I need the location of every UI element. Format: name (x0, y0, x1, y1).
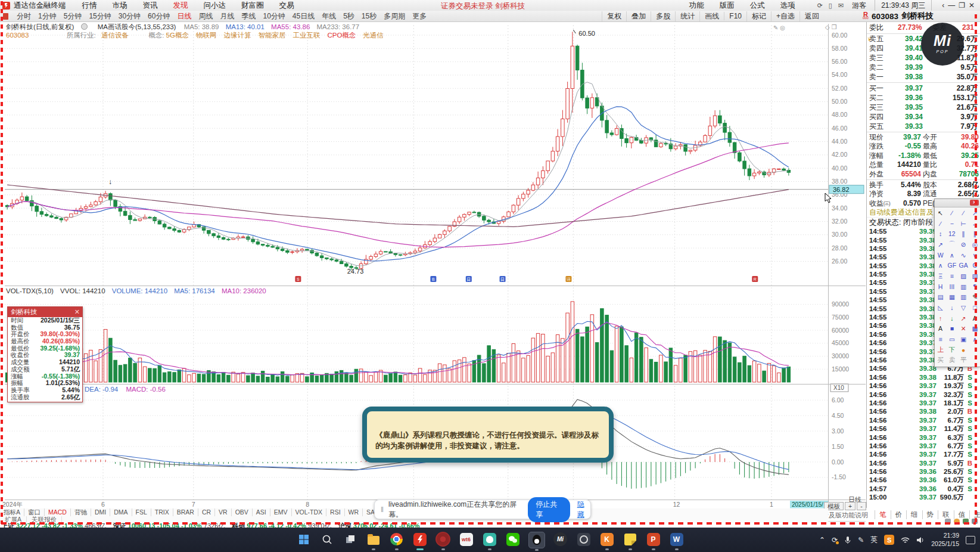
menu-item-功能[interactable]: 功能 (689, 1, 704, 10)
draw-tool-icon[interactable]: ✕ (958, 324, 969, 334)
chart-corner-icons[interactable]: ✎ ◎ (773, 24, 785, 31)
menu-item-市场[interactable]: 市场 (113, 1, 127, 10)
concept-link[interactable]: 物联网 (196, 32, 217, 39)
microphone-icon[interactable] (844, 536, 851, 544)
concept-link[interactable]: 边缘计算 (223, 32, 251, 39)
draw-tool-icon[interactable]: 平 (958, 355, 969, 366)
axis-gutter-icons[interactable]: ◇❒ (825, 24, 839, 30)
draw-tool-icon[interactable]: ⌒ (946, 239, 957, 250)
taskbar-app-task[interactable] (343, 532, 358, 547)
period-tab-30分钟[interactable]: 30分钟 (119, 12, 141, 20)
draw-tool-icon[interactable]: ● (958, 345, 969, 355)
draw-tool-icon[interactable]: H (935, 281, 946, 292)
user-label[interactable]: 游客 (852, 1, 866, 11)
indicator-tab-VR[interactable]: VR (215, 508, 232, 516)
period-tab-季线[interactable]: 季线 (241, 12, 256, 20)
tray-clock[interactable]: 21:392025/1/15 (931, 532, 959, 547)
draw-tool-icon[interactable]: ≡ (935, 334, 946, 345)
draw-tool-icon[interactable]: ∕ (935, 218, 946, 229)
menu-item-交易[interactable]: 交易 (279, 1, 294, 10)
draw-tool-icon[interactable]: ◺ (935, 302, 946, 313)
draw-tool-icon[interactable]: 下 (946, 345, 957, 355)
device-icon[interactable]: ▯ (829, 2, 832, 9)
draw-tool-icon[interactable]: ↓ (946, 313, 957, 324)
menu-item-发现[interactable]: 发现 (173, 1, 188, 10)
period-tab-15分钟[interactable]: 15分钟 (89, 12, 111, 20)
tick-tab-势[interactable]: 势 (922, 510, 938, 519)
draw-tool-icon[interactable]: ∕ (958, 207, 969, 218)
action-叠加[interactable]: 叠加 (626, 11, 651, 21)
popup-close-icon[interactable]: ✕ (74, 307, 80, 317)
taskbar-app-tealapp[interactable] (482, 532, 497, 547)
sogou-icon[interactable]: S (884, 535, 894, 545)
indicator-tab-BRAR[interactable]: BRAR (173, 508, 198, 516)
menu-item-版面[interactable]: 版面 (720, 1, 735, 10)
draw-tool-icon[interactable]: ∧ (935, 260, 946, 271)
draw-tool-icon[interactable]: ▥ (958, 292, 969, 303)
period-tab-5分钟[interactable]: 5分钟 (64, 12, 82, 20)
period-tab-日线[interactable]: 日线 (177, 12, 191, 20)
menu-item-财富圈[interactable]: 财富圈 (241, 1, 264, 10)
concept-link[interactable]: 智能家居 (258, 32, 285, 39)
notification-icon[interactable] (966, 536, 975, 544)
wifi-icon[interactable] (901, 537, 910, 544)
period-tab-60分钟[interactable]: 60分钟 (148, 12, 170, 20)
draw-tool-icon[interactable]: 买 (935, 355, 946, 366)
taskbar-app-start[interactable] (296, 532, 312, 547)
period-tab-1分钟[interactable]: 1分钟 (38, 12, 57, 20)
vol-indicator-name[interactable]: VOL-TDX(5,10) (6, 287, 54, 294)
refresh-icon[interactable]: ⟳ (817, 2, 823, 9)
taskbar-app-redapp[interactable] (435, 532, 451, 547)
stop-share-button[interactable]: 停止共享 (528, 497, 570, 522)
draw-tool-icon[interactable]: ↑ (935, 313, 946, 324)
taskbar-app-search[interactable] (319, 532, 335, 547)
menu-item-资讯[interactable]: 资讯 (143, 1, 158, 10)
taskbar-app-word[interactable]: W (669, 532, 685, 547)
draw-tool-icon[interactable]: ≡ (946, 271, 957, 281)
indicator-tab-ASI[interactable]: ASI (253, 508, 270, 516)
indicator-tab-RSI[interactable]: RSI (326, 508, 345, 516)
menu-item-行情[interactable]: 行情 (82, 1, 97, 10)
collapse-button[interactable]: ‹ (940, 1, 946, 10)
drawing-toolbar-header[interactable]: ✕ (935, 199, 980, 207)
period-tab-多周期[interactable]: 多周期 (384, 12, 405, 20)
indicator-tab-背驰[interactable]: 背驰 (71, 508, 91, 516)
speaker-icon[interactable] (916, 537, 925, 544)
period-tab-分时[interactable]: 分时 (17, 12, 31, 20)
period-tab-更多[interactable]: 更多 (412, 12, 427, 20)
pen-icon[interactable]: ✎ (858, 536, 864, 544)
taskbar-app-mi[interactable]: Mi (553, 532, 568, 547)
indicator-tab-CR[interactable]: CR (198, 508, 215, 516)
period-tab-周线[interactable]: 周线 (198, 12, 213, 20)
draw-tool-icon[interactable]: ↗ (935, 239, 946, 250)
draw-tool-icon[interactable]: ▨ (958, 271, 969, 281)
draw-tool-icon[interactable]: ▤ (935, 292, 946, 303)
draw-tool-icon[interactable]: W (935, 250, 946, 261)
mail-icon[interactable]: ✉ (838, 2, 844, 9)
draw-tool-icon[interactable]: ↖ (935, 207, 946, 218)
indicator-tab-TRIX[interactable]: TRIX (151, 508, 173, 516)
draw-tool-icon[interactable]: ΙΙΙ (946, 281, 957, 292)
indicator-tab-OBV[interactable]: OBV (232, 508, 253, 516)
tick-tab-价[interactable]: 价 (891, 510, 907, 519)
maximize-button[interactable]: ❐ (957, 1, 967, 10)
draw-tool-icon[interactable]: ▥ (958, 281, 969, 292)
draw-tool-icon[interactable]: ∥ (958, 228, 969, 239)
tick-tab-细[interactable]: 细 (906, 510, 922, 519)
draw-tool-icon[interactable]: ∕ (946, 207, 957, 218)
tray-expand-icon[interactable]: ⌃ (819, 536, 825, 544)
action-画线[interactable]: 画线 (699, 11, 724, 21)
indicator-tab-VOL-TDX[interactable]: VOL-TDX (292, 508, 327, 516)
taskbar-app-cam[interactable] (576, 532, 592, 547)
draw-tool-icon[interactable]: ∿ (958, 250, 969, 261)
concept-link[interactable]: CPO概念 (327, 32, 356, 39)
draw-tool-icon[interactable]: ⊘ (958, 239, 969, 250)
draw-tool-icon[interactable]: 12 (946, 228, 957, 239)
draw-tool-icon[interactable]: ↓ (946, 302, 957, 313)
minimize-button[interactable]: — (946, 1, 957, 10)
concept-link[interactable]: 5G概念 (166, 32, 189, 39)
action-统计[interactable]: 统计 (675, 11, 699, 21)
taskbar-app-wechat[interactable] (505, 532, 521, 547)
template-button-+[interactable]: + (845, 502, 855, 510)
indicator-tab-DMI[interactable]: DMI (91, 508, 110, 516)
